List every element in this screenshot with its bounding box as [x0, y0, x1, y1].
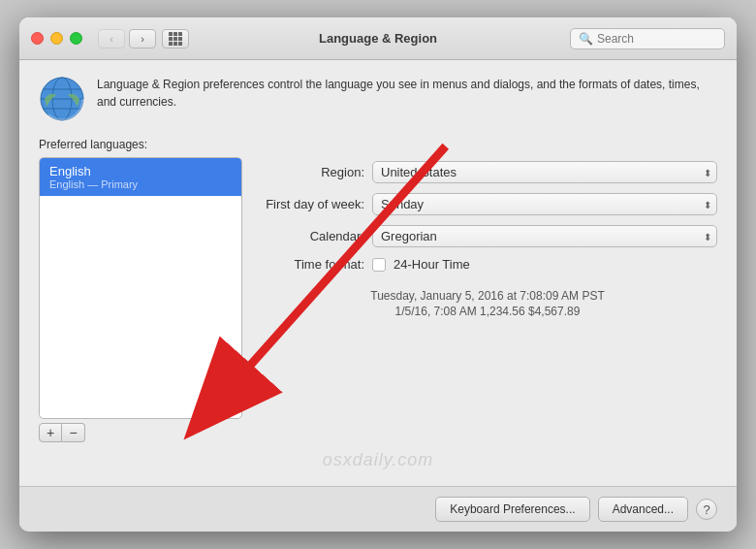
- close-button[interactable]: [31, 32, 44, 45]
- first-day-select-wrapper: Sunday Monday Saturday ⬍: [372, 193, 717, 215]
- advanced-button[interactable]: Advanced...: [598, 497, 688, 522]
- help-button[interactable]: ?: [696, 499, 717, 520]
- right-panel: Region: United States United Kingdom Can…: [258, 138, 717, 442]
- list-item[interactable]: English English — Primary: [40, 158, 241, 196]
- pref-languages-label: Preferred languages:: [39, 138, 242, 151]
- calendar-row: Calendar: Gregorian Buddhist Chinese Heb…: [258, 225, 717, 247]
- traffic-lights: [31, 32, 82, 45]
- left-panel: Preferred languages: English English — P…: [39, 138, 242, 442]
- info-bar: Language & Region preferences control th…: [39, 76, 717, 122]
- calendar-select[interactable]: Gregorian Buddhist Chinese Hebrew: [372, 225, 717, 247]
- add-language-button[interactable]: +: [39, 423, 62, 442]
- list-buttons: + −: [39, 423, 242, 442]
- watermark: osxdaily.com: [39, 450, 717, 470]
- time-format-row: Time format: 24-Hour Time: [258, 257, 717, 272]
- forward-button[interactable]: ›: [129, 29, 156, 48]
- content: Language & Region preferences control th…: [19, 60, 737, 486]
- datetime-main: Tuesday, January 5, 2016 at 7:08:09 AM P…: [258, 289, 717, 303]
- grid-icon: [169, 32, 182, 46]
- region-row: Region: United States United Kingdom Can…: [258, 161, 717, 183]
- calendar-select-wrapper: Gregorian Buddhist Chinese Hebrew ⬍: [372, 225, 717, 247]
- titlebar: ‹ › Language & Region 🔍: [19, 17, 737, 60]
- region-select[interactable]: United States United Kingdom Canada Aust…: [372, 161, 717, 183]
- window-title: Language & Region: [319, 31, 437, 46]
- minimize-button[interactable]: [50, 32, 63, 45]
- main-panel: Preferred languages: English English — P…: [39, 138, 717, 442]
- language-name: English: [49, 164, 232, 178]
- globe-icon: [39, 76, 85, 122]
- time-format-option: 24-Hour Time: [394, 257, 470, 272]
- search-icon: 🔍: [579, 32, 593, 46]
- search-input[interactable]: [597, 32, 716, 46]
- time-format-label: Time format:: [258, 257, 364, 272]
- back-button[interactable]: ‹: [98, 29, 125, 48]
- region-select-wrapper: United States United Kingdom Canada Aust…: [372, 161, 717, 183]
- main-window: ‹ › Language & Region 🔍: [19, 17, 737, 532]
- fullscreen-button[interactable]: [70, 32, 82, 45]
- keyboard-prefs-button[interactable]: Keyboard Preferences...: [435, 497, 589, 522]
- language-list: English English — Primary: [39, 157, 242, 419]
- region-label: Region:: [258, 165, 364, 179]
- remove-language-button[interactable]: −: [62, 423, 85, 442]
- first-day-row: First day of week: Sunday Monday Saturda…: [258, 193, 717, 215]
- time-format-checkbox[interactable]: [372, 258, 386, 272]
- first-day-label: First day of week:: [258, 197, 364, 211]
- first-day-select[interactable]: Sunday Monday Saturday: [372, 193, 717, 215]
- info-text: Language & Region preferences control th…: [97, 76, 717, 111]
- grid-button[interactable]: [162, 29, 189, 48]
- bottom-bar: Keyboard Preferences... Advanced... ?: [19, 486, 737, 532]
- datetime-formats: 1/5/16, 7:08 AM 1,234.56 $4,567.89: [258, 305, 717, 318]
- language-sub: English — Primary: [49, 178, 232, 190]
- datetime-display: Tuesday, January 5, 2016 at 7:08:09 AM P…: [258, 289, 717, 318]
- search-box[interactable]: 🔍: [570, 28, 725, 49]
- nav-buttons: ‹ ›: [98, 29, 156, 48]
- calendar-label: Calendar:: [258, 229, 364, 243]
